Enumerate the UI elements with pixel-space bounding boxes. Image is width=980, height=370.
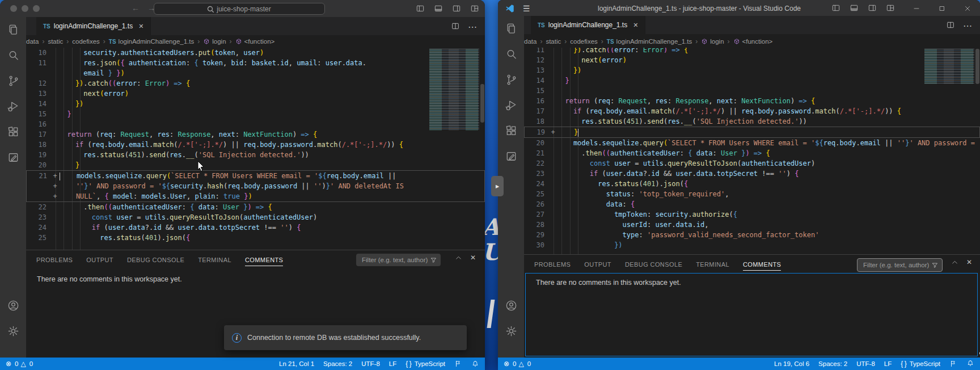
settings-gear-icon[interactable] [0,318,26,344]
source-control-icon[interactable] [0,68,26,94]
zoom-traffic-light[interactable] [33,5,40,12]
notifications-bell-icon[interactable] [966,359,974,367]
customize-layout-icon[interactable] [886,3,895,12]
maximize-panel-icon[interactable] [951,259,958,266]
split-editor-icon[interactable] [946,20,955,30]
code-line[interactable]: 19+ } [524,127,980,138]
code-line[interactable]: 23 if (user.data?.id && user.data.totpSe… [524,169,980,179]
code-line[interactable]: 22 .then((authenticatedUser: { data: Use… [26,202,485,212]
customize-layout-icon[interactable] [470,4,479,13]
indentation-status[interactable]: Spaces: 2 [323,360,352,367]
breadcrumb-item[interactable]: <function> [733,38,773,45]
code-line[interactable]: 13 }) [524,65,980,75]
line-number[interactable]: 24 [524,179,548,189]
code-line[interactable]: + ''}' AND password = '${security.hash(r… [26,181,485,191]
close-panel-icon[interactable]: ✕ [470,254,476,262]
breadcrumb-item[interactable]: static [546,38,561,45]
code-line[interactable]: 28 userId: user.data.id, [524,220,980,230]
line-number[interactable]: 28 [524,220,548,230]
split-editor-icon[interactable] [451,22,460,31]
line-number[interactable]: 25 [26,233,50,243]
breadcrumb-item[interactable]: data [26,38,39,45]
code-line[interactable]: 15 } [26,109,485,119]
code-line[interactable]: 11 res.json({ authentication: { token, b… [26,58,485,68]
maximize-window-icon[interactable] [929,0,954,17]
menu-hamburger-icon[interactable]: ☰ [523,4,530,13]
line-number[interactable]: 16 [524,96,548,106]
toggle-sidebar-icon[interactable] [416,4,425,13]
feedback-flag-icon[interactable] [949,360,957,368]
close-panel-icon[interactable]: ✕ [966,258,972,266]
minimap[interactable] [924,49,974,84]
comments-pen-icon[interactable] [0,145,26,170]
files-icon[interactable] [498,16,524,41]
problems-status[interactable]: ⊗0 △0 [498,360,531,368]
panel-tab-output[interactable]: OUTPUT [86,253,113,266]
run-debug-icon[interactable] [498,93,524,118]
extensions-icon[interactable] [498,118,524,144]
code-line[interactable]: 24 if (user.data?.id && user.data.totpSe… [26,222,485,233]
panel-tab-terminal[interactable]: TERMINAL [198,253,231,266]
line-number[interactable]: 17 [26,129,50,140]
extensions-icon[interactable] [0,119,26,145]
line-number[interactable]: 15 [524,86,548,96]
line-number[interactable]: 27 [524,209,548,220]
code-editor[interactable]: 11 }).catch((error: Error) => {12 next(e… [524,48,980,254]
panel-tab-problems[interactable]: PROBLEMS [36,253,73,266]
code-line[interactable]: + NULL`, { model: models.User, plain: tr… [26,191,485,202]
breadcrumb-item[interactable]: <function> [235,38,275,45]
line-number[interactable]: 26 [524,199,548,209]
comments-filter-input[interactable] [862,261,931,269]
line-number[interactable]: 19 [525,127,548,137]
panel-tab-terminal[interactable]: TERMINAL [696,258,729,270]
toggle-secondary-sidebar-icon[interactable] [452,4,461,13]
toggle-panel-icon[interactable] [434,4,443,13]
minimize-window-icon[interactable] [903,0,929,17]
minimap[interactable] [429,49,479,131]
line-number[interactable]: 20 [524,138,548,148]
more-actions-icon[interactable]: ⋯ [963,20,972,31]
code-line[interactable]: 30 }) [524,240,980,250]
indentation-status[interactable]: Spaces: 2 [818,360,847,367]
line-number[interactable]: 13 [524,65,548,75]
code-line[interactable]: 17 if (req.body.email.match(/.*['-;].*/)… [524,106,980,116]
code-line[interactable]: 25 status: 'totp_token_required', [524,189,980,199]
line-number[interactable]: 19 [26,150,50,160]
code-line[interactable]: 24 res.status(401).json({ [524,179,980,189]
line-number[interactable] [26,68,50,78]
code-line[interactable]: 20 models.sequelize.query(`SELECT * FROM… [524,138,980,148]
line-number[interactable]: 18 [524,116,548,127]
code-line[interactable]: 20 } [26,160,485,170]
line-number[interactable] [27,181,50,191]
code-line[interactable]: 14 }) [26,99,485,109]
panel-tab-debug-console[interactable]: DEBUG CONSOLE [127,253,184,266]
line-number[interactable]: 15 [26,109,50,119]
back-arrow-icon[interactable]: ← [132,3,147,12]
code-line[interactable]: 16 [26,119,485,129]
eol-status[interactable]: LF [389,360,396,367]
comments-filter[interactable] [356,254,441,266]
code-line[interactable]: 15 [524,86,980,96]
cursor-position-status[interactable]: Ln 19, Col 6 [774,360,809,367]
search-icon[interactable] [0,43,26,68]
line-number[interactable]: 25 [524,189,548,199]
comments-pen-icon[interactable] [498,144,524,169]
comments-filter-input[interactable] [361,256,430,264]
scrollbar-slider[interactable] [480,84,484,123]
code-line[interactable]: 13 next(error) [26,89,485,99]
code-line[interactable]: 12 }).catch((error: Error) => { [26,78,485,89]
breadcrumb-item[interactable]: static [48,38,63,45]
problems-status[interactable]: ⊗0 △0 [0,360,33,368]
line-number[interactable]: 22 [26,202,50,212]
line-number[interactable]: 24 [26,222,50,233]
toggle-sidebar-icon[interactable] [831,3,840,12]
line-number[interactable]: 16 [26,119,50,129]
code-line[interactable]: 19 res.status(451).send(res.__('SQL Inje… [26,150,485,160]
account-icon[interactable] [0,293,26,318]
code-editor[interactable]: 10 security.authenticatedUsers.put(token… [26,48,485,250]
account-icon[interactable] [498,293,524,318]
code-line[interactable]: 10 security.authenticatedUsers.put(token… [26,48,485,58]
line-number[interactable]: 18 [26,140,50,150]
minimize-traffic-light[interactable] [22,5,28,12]
close-tab-icon[interactable]: ✕ [138,23,143,30]
